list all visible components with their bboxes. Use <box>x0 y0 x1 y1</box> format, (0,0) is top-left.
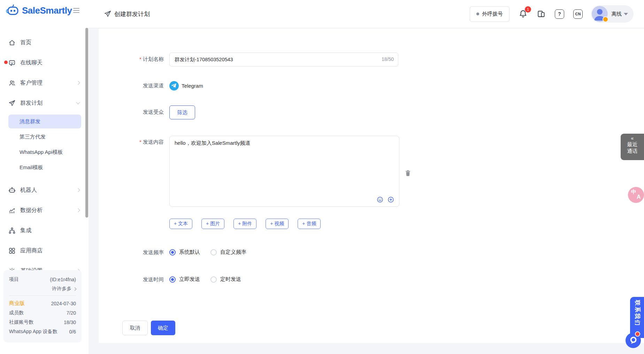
campaigns-submenu: 消息群发 第三方代发 WhatsApp Api模板 Email模板 <box>0 113 85 177</box>
sidebar-item-integrations[interactable]: 集成 <box>0 220 85 241</box>
create-campaign-form: 计划名称 18/50 发送渠道 Telegram 发送受众 筛选 发送内容 he… <box>99 29 644 343</box>
radio-label[interactable]: 系统默认 <box>179 249 200 255</box>
chevron-right-icon <box>76 188 80 192</box>
frequency-label: 发送频率 <box>99 249 164 256</box>
contact-us-widget[interactable]: 联系我们 <box>626 297 644 349</box>
grid-icon <box>8 247 16 254</box>
add-video-button[interactable]: + 视频 <box>266 219 289 229</box>
chevron-right-icon <box>73 287 77 291</box>
delete-content-icon[interactable] <box>404 170 412 178</box>
radio-custom-frequency[interactable] <box>210 249 217 255</box>
whatsapp-devices-label: WhatsApp App 设备数 <box>9 329 58 335</box>
call-status-dot <box>476 13 479 15</box>
filter-button[interactable]: 筛选 <box>169 105 195 119</box>
plan-badge: 商业版 <box>9 300 25 307</box>
chevron-down-icon <box>76 100 80 104</box>
sidebar-item-home[interactable]: 首页 <box>0 32 85 53</box>
sidebar-item-label: 首页 <box>20 39 79 46</box>
send-time-label: 发送时间 <box>99 276 164 283</box>
add-variable-icon[interactable] <box>387 196 394 203</box>
top-bar: 创建群发计划 外呼拨号 1 ? CN <box>89 0 644 28</box>
social-accounts-count: 18/30 <box>64 320 76 325</box>
add-attachment-button[interactable]: + 附件 <box>233 219 256 229</box>
add-audio-button[interactable]: + 音频 <box>298 219 321 229</box>
sidebar: SaleSmartly 首页 在线聊天 客户管理 <box>0 0 85 354</box>
project-name-link[interactable]: 许许多多 <box>9 286 76 292</box>
notification-bell-icon[interactable]: 1 <box>519 9 528 18</box>
home-icon <box>8 39 16 46</box>
project-id: (ID:e1r4fna) <box>50 277 76 282</box>
chat-icon <box>8 59 16 66</box>
sidebar-item-label: 客户管理 <box>20 79 77 87</box>
sidebar-item-label: 集成 <box>20 227 79 234</box>
content-label: 发送内容 <box>99 139 164 145</box>
robot-icon <box>8 187 16 194</box>
radio-send-scheduled[interactable] <box>210 276 217 283</box>
collapse-icon: « <box>621 135 644 141</box>
members-count: 7/20 <box>67 310 76 316</box>
notification-badge: 1 <box>525 6 531 13</box>
sidebar-item-label: 在线聊天 <box>20 59 79 66</box>
project-info-panel: 项目 (ID:e1r4fna) 许许多多 商业版 2024-07-30 成员数 … <box>3 270 82 343</box>
salesmartly-logo-icon <box>6 4 20 17</box>
members-label: 成员数 <box>9 310 24 316</box>
sidebar-subitem-email-template[interactable]: Email模板 <box>8 160 81 175</box>
call-button-label: 外呼拨号 <box>482 11 503 17</box>
plan-expiry-date: 2024-07-30 <box>51 301 76 306</box>
telegram-icon <box>169 81 179 91</box>
cancel-button[interactable]: 取消 <box>122 321 148 335</box>
add-image-button[interactable]: + 图片 <box>201 219 224 229</box>
channel-label: 发送渠道 <box>99 82 164 89</box>
sidebar-item-campaigns[interactable]: 群发计划 <box>0 93 85 113</box>
outbound-call-button[interactable]: 外呼拨号 <box>470 6 509 22</box>
radio-send-now[interactable] <box>169 276 176 283</box>
sidebar-subitem-whatsapp-api-template[interactable]: WhatsApp Api模板 <box>8 144 81 160</box>
brand-name: SaleSmartly <box>22 5 72 16</box>
plan-name-label: 计划名称 <box>99 56 164 63</box>
sidebar-scrollbar[interactable] <box>85 28 88 218</box>
status-dot <box>603 16 608 22</box>
help-icon[interactable]: ? <box>555 9 564 19</box>
sidebar-subitem-message-blast[interactable]: 消息群发 <box>8 115 81 128</box>
sidebar-item-label: 机器人 <box>20 187 77 194</box>
unread-dot <box>4 61 8 64</box>
emoji-icon[interactable] <box>376 196 384 203</box>
chart-icon <box>8 207 16 214</box>
sidebar-item-livechat[interactable]: 在线聊天 <box>0 53 85 73</box>
radio-label[interactable]: 自定义频率 <box>220 249 246 255</box>
users-icon <box>8 79 16 87</box>
subitem-label: Email模板 <box>20 164 43 171</box>
chevron-right-icon <box>76 81 80 85</box>
radio-label[interactable]: 定时发送 <box>220 276 241 283</box>
sidebar-item-analytics[interactable]: 数据分析 <box>0 200 85 220</box>
avatar <box>592 6 608 22</box>
sidebar-subitem-third-party[interactable]: 第三方代发 <box>8 129 81 144</box>
recent-calls-tab[interactable]: « 最近 通话 <box>621 134 644 160</box>
account-menu[interactable]: 离线 <box>591 5 634 23</box>
translate-button[interactable]: 中 A <box>628 187 644 203</box>
sidebar-item-label: 群发计划 <box>20 100 77 107</box>
page-title: 创建群发计划 <box>114 10 150 18</box>
radio-system-default[interactable] <box>169 249 176 255</box>
sidebar-item-customers[interactable]: 客户管理 <box>0 73 85 93</box>
recent-calls-label-line1: 最近 <box>621 141 644 148</box>
radio-label[interactable]: 立即发送 <box>179 276 200 283</box>
add-text-button[interactable]: + 文本 <box>169 219 192 229</box>
sidebar-item-robot[interactable]: 机器人 <box>0 180 85 200</box>
devices-icon[interactable] <box>537 9 546 18</box>
channel-value: Telegram <box>182 83 203 89</box>
audience-label: 发送受众 <box>99 109 164 116</box>
send-icon <box>8 100 16 107</box>
chevron-right-icon <box>76 208 80 212</box>
social-accounts-label: 社媒账号数 <box>9 319 33 325</box>
whatsapp-devices-count: 0/6 <box>69 329 76 335</box>
plan-name-input[interactable] <box>169 53 398 66</box>
message-content-textarea[interactable]: hello，欢迎加入SaleSmartly频道 <box>169 136 399 207</box>
sidebar-menu: 首页 在线聊天 客户管理 群发计划 消息群发 第三方代发 <box>0 21 85 281</box>
sidebar-collapse-icon[interactable] <box>72 7 81 15</box>
char-counter: 18/50 <box>382 56 394 62</box>
sidebar-item-app-store[interactable]: 应用商店 <box>0 241 85 261</box>
language-icon[interactable]: CN <box>573 9 583 19</box>
confirm-button[interactable]: 确定 <box>151 321 175 335</box>
app-window: SaleSmartly 首页 在线聊天 客户管理 <box>0 0 644 354</box>
